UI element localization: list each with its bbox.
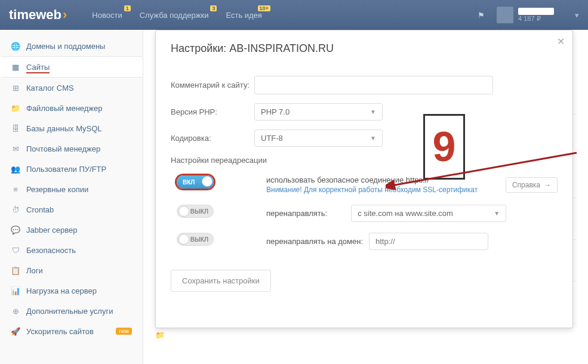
shield-icon: 🛡	[11, 245, 20, 255]
plus-icon: ⊕	[11, 306, 20, 316]
annotation-step-9: 9	[423, 114, 465, 180]
redirect-direction-select[interactable]: с site.com на www.site.com ▼	[351, 205, 506, 222]
redirect-section-title: Настройки переадресации	[171, 156, 558, 165]
help-label: Справка	[512, 181, 540, 189]
nav-badge: 10+	[258, 5, 270, 11]
balance: 4 187 ₽	[518, 15, 554, 23]
sidebar-label: Jabber сервер	[26, 226, 78, 235]
rocket-icon: 🚀	[11, 326, 20, 336]
flag-icon[interactable]: ⚑	[478, 11, 485, 20]
https-warning: Внимание! Для корректной работы необходи…	[266, 186, 478, 194]
sidebar-item-load[interactable]: 📊Нагрузка на сервер	[0, 280, 143, 301]
logo-text: timeweb	[9, 7, 61, 23]
sidebar-item-mail[interactable]: ✉Почтовый менеджер	[0, 138, 143, 159]
box-icon: ⊞	[11, 83, 20, 92]
encoding-label: Кодировка:	[171, 134, 254, 143]
domain-redirect-toggle[interactable]: ВЫКЛ	[177, 233, 214, 246]
sidebar-item-logs[interactable]: 📋Логи	[0, 260, 143, 280]
list-icon: 📋	[11, 266, 20, 275]
close-button[interactable]: ✕	[555, 35, 567, 47]
php-value: PHP 7.0	[261, 107, 290, 116]
sidebar-item-jabber[interactable]: 💬Jabber сервер	[0, 220, 143, 240]
comment-label: Комментарий к сайту:	[171, 81, 254, 90]
sidebar-item-crontab[interactable]: ⏱Crontab	[0, 199, 143, 220]
user-info: 4 187 ₽	[518, 8, 554, 23]
folder-icon: 📁	[155, 331, 165, 340]
comment-input[interactable]	[254, 76, 493, 94]
nav-label: Служба поддержки	[140, 11, 209, 20]
username-placeholder	[518, 8, 554, 15]
encoding-value: UTF-8	[261, 134, 283, 143]
layers-icon: ≡	[11, 184, 20, 194]
sidebar-label: Crontab	[26, 205, 54, 214]
nav-news[interactable]: Новости 1	[85, 2, 129, 29]
logo[interactable]: timeweb ›	[9, 7, 67, 23]
mail-icon: ✉	[11, 144, 20, 153]
annotation-number: 9	[433, 123, 456, 171]
help-button[interactable]: Справка →	[506, 177, 558, 193]
redirect-value: с site.com на www.site.com	[358, 209, 453, 218]
header-right: ⚑ 4 187 ₽ ▾	[478, 7, 579, 23]
nav-support[interactable]: Служба поддержки 3	[133, 2, 216, 29]
toggle-label: ВЫКЛ	[190, 236, 208, 243]
save-button[interactable]: Сохранить настройки	[171, 270, 271, 292]
sidebar-label: Нагрузка на сервер	[26, 286, 97, 295]
arrow-right-icon: →	[544, 181, 551, 189]
folder-icon: 📁	[11, 103, 20, 113]
toggle-knob	[202, 176, 213, 187]
sidebar-label: Почтовый менеджер	[26, 144, 100, 153]
nav-badge: 3	[210, 5, 217, 11]
https-toggle[interactable]: ВКЛ	[177, 175, 214, 189]
sidebar: 🌐Домены и поддомены ▦Сайты ⊞Каталог CMS …	[0, 30, 143, 364]
php-label: Версия PHP:	[171, 107, 254, 116]
nav-badge: 1	[124, 5, 131, 11]
sidebar-label: Базы данных MySQL	[26, 124, 102, 133]
sidebar-label: Резервные копии	[26, 185, 88, 194]
sidebar-item-files[interactable]: 📁Файловый менеджер	[0, 98, 143, 118]
sidebar-label: Каталог CMS	[26, 84, 74, 92]
sidebar-item-users[interactable]: 👥Пользователи ПУ/FTP	[0, 159, 143, 179]
chart-icon: 📊	[11, 286, 20, 295]
toggle-knob	[178, 234, 189, 245]
toggle-label: ВЫКЛ	[190, 208, 208, 215]
sidebar-label: Безопасность	[26, 246, 76, 255]
https-description: использовать безопасное соединение https…	[266, 175, 429, 184]
caret-down-icon: ▼	[494, 210, 500, 217]
sidebar-item-booster[interactable]: 🚀Ускоритель сайтовnew	[0, 321, 143, 341]
sidebar-item-cms[interactable]: ⊞Каталог CMS	[0, 78, 143, 98]
top-nav: Новости 1 Служба поддержки 3 Есть идея 1…	[85, 2, 478, 29]
modal-title: Настройки: AB-INSPIRATION.RU	[171, 42, 558, 64]
sidebar-label: Дополнительные услуги	[26, 307, 113, 316]
sidebar-item-security[interactable]: 🛡Безопасность	[0, 240, 143, 260]
caret-down-icon: ▼	[370, 135, 376, 141]
caret-down-icon: ▼	[370, 109, 376, 115]
caret-down-icon[interactable]: ▾	[575, 11, 579, 20]
chevron-right-icon: ›	[63, 7, 67, 23]
users-icon: 👥	[11, 164, 20, 174]
nav-label: Есть идея	[226, 11, 261, 20]
toggle-label: ВКЛ	[183, 179, 195, 186]
avatar	[497, 7, 513, 23]
nav-label: Новости	[92, 11, 122, 20]
chat-icon: 💬	[11, 225, 20, 235]
nav-idea[interactable]: Есть идея 10+	[218, 2, 269, 29]
globe-icon: 🌐	[11, 41, 20, 51]
settings-modal: ✕ Настройки: AB-INSPIRATION.RU Комментар…	[155, 30, 573, 328]
user-menu[interactable]: 4 187 ₽	[497, 7, 554, 23]
sidebar-item-domains[interactable]: 🌐Домены и поддомены	[0, 36, 143, 56]
sidebar-label: Файловый менеджер	[26, 104, 103, 113]
toggle-knob	[178, 206, 189, 217]
sidebar-item-extra[interactable]: ⊕Дополнительные услуги	[0, 301, 143, 321]
redirect-domain-input[interactable]	[369, 233, 488, 250]
sidebar-item-sites[interactable]: ▦Сайты	[0, 56, 143, 78]
sidebar-label: Логи	[26, 266, 43, 275]
grid-icon: ▦	[11, 62, 20, 72]
sidebar-label: Сайты	[26, 63, 50, 72]
sidebar-item-backup[interactable]: ≡Резервные копии	[0, 179, 143, 199]
encoding-select[interactable]: UTF-8 ▼	[254, 129, 383, 147]
www-redirect-toggle[interactable]: ВЫКЛ	[177, 205, 214, 218]
sidebar-item-mysql[interactable]: 🗄Базы данных MySQL	[0, 118, 143, 138]
sidebar-label: Ускоритель сайтов	[26, 327, 94, 336]
php-select[interactable]: PHP 7.0 ▼	[254, 103, 383, 121]
database-icon: 🗄	[11, 124, 20, 133]
